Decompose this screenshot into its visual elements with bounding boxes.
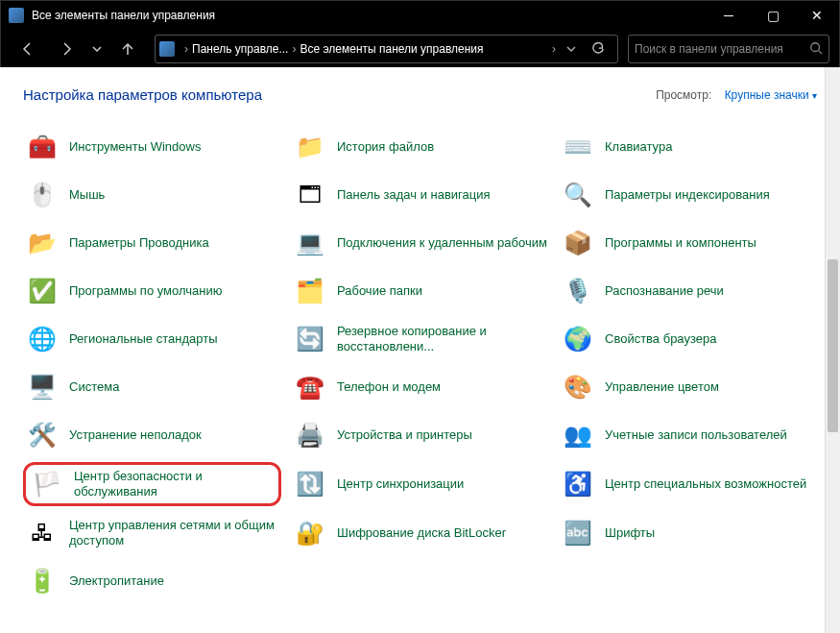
- cp-item-explorer-options[interactable]: 📂Параметры Проводника: [23, 222, 281, 264]
- cp-item-work-folders[interactable]: 🗂️Рабочие папки: [291, 270, 549, 312]
- cp-item-label: Программы по умолчанию: [69, 283, 222, 299]
- cp-item-fonts[interactable]: 🔤Шрифты: [559, 512, 817, 554]
- color-management-icon: 🎨: [561, 370, 595, 404]
- cp-item-speech-recognition[interactable]: 🎙️Распознавание речи: [559, 270, 817, 312]
- cp-item-label: Учетные записи пользователей: [605, 427, 787, 443]
- cp-item-label: Электропитание: [69, 573, 164, 589]
- cp-item-label: Распознавание речи: [605, 283, 724, 299]
- cp-item-label: История файлов: [337, 139, 434, 155]
- cp-item-troubleshooting[interactable]: 🛠️Устранение неполадок: [23, 414, 281, 456]
- security-maintenance-icon: 🏳️: [30, 467, 64, 501]
- bitlocker-icon: 🔐: [293, 516, 327, 550]
- remote-desktop-icon: 💻: [293, 226, 327, 260]
- cp-item-security-maintenance[interactable]: 🏳️Центр безопасности и обслуживания: [23, 462, 281, 506]
- svg-point-0: [811, 42, 820, 51]
- cp-item-region[interactable]: 🌐Региональные стандарты: [23, 318, 281, 360]
- troubleshooting-icon: 🛠️: [25, 418, 60, 452]
- cp-item-label: Параметры индексирования: [605, 187, 770, 203]
- programs-features-icon: 📦: [561, 226, 595, 260]
- cp-item-label: Подключения к удаленным рабочим: [337, 235, 547, 251]
- address-bar[interactable]: › Панель управле... › Все элементы панел…: [155, 35, 618, 63]
- devices-printers-icon: 🖨️: [293, 418, 327, 452]
- cp-item-system[interactable]: 🖥️Система: [23, 366, 281, 408]
- cp-item-label: Мышь: [69, 187, 105, 203]
- phone-modem-icon: ☎️: [293, 370, 327, 404]
- cp-item-label: Параметры Проводника: [69, 235, 209, 251]
- vertical-scrollbar[interactable]: [825, 67, 840, 633]
- cp-item-bitlocker[interactable]: 🔐Шифрование диска BitLocker: [291, 512, 549, 554]
- cp-item-mouse[interactable]: 🖱️Мышь: [23, 174, 281, 216]
- cp-item-devices-printers[interactable]: 🖨️Устройства и принтеры: [291, 414, 549, 456]
- view-selector[interactable]: Крупные значки ▾: [725, 88, 817, 102]
- page-heading: Настройка параметров компьютера: [23, 86, 262, 103]
- cp-item-user-accounts[interactable]: 👥Учетные записи пользователей: [559, 414, 817, 456]
- region-icon: 🌐: [25, 322, 60, 356]
- search-input[interactable]: [635, 42, 809, 56]
- window-titlebar: Все элементы панели управления ─ ▢ ✕: [1, 1, 839, 30]
- network-sharing-icon: 🖧: [25, 516, 60, 550]
- minimize-button[interactable]: ─: [707, 1, 751, 30]
- control-panel-grid: 🧰Инструменты Windows📁История файлов⌨️Кла…: [23, 126, 817, 602]
- cp-item-power-options[interactable]: 🔋Электропитание: [23, 560, 281, 602]
- cp-item-windows-tools[interactable]: 🧰Инструменты Windows: [23, 126, 281, 168]
- cp-item-backup-restore[interactable]: 🔄Резервное копирование и восстановлени..…: [291, 318, 549, 360]
- cp-item-color-management[interactable]: 🎨Управление цветом: [559, 366, 817, 408]
- up-button[interactable]: [110, 34, 145, 64]
- view-label: Просмотр:: [656, 88, 711, 102]
- back-button[interactable]: [11, 34, 45, 64]
- cp-item-taskbar-nav[interactable]: 🗔Панель задач и навигация: [291, 174, 549, 216]
- breadcrumb-seg-1[interactable]: Панель управле...: [192, 42, 288, 56]
- refresh-button[interactable]: [583, 42, 613, 56]
- cp-item-phone-modem[interactable]: ☎️Телефон и модем: [291, 366, 549, 408]
- close-button[interactable]: ✕: [795, 1, 839, 30]
- file-history-icon: 📁: [293, 130, 327, 164]
- cp-item-programs-features[interactable]: 📦Программы и компоненты: [559, 222, 817, 264]
- cp-item-internet-options[interactable]: 🌍Свойства браузера: [559, 318, 817, 360]
- cp-item-label: Шрифты: [605, 525, 655, 541]
- cp-item-remote-desktop[interactable]: 💻Подключения к удаленным рабочим: [291, 222, 549, 264]
- forward-button[interactable]: [49, 34, 84, 64]
- cp-item-network-sharing[interactable]: 🖧Центр управления сетями и общим доступо…: [23, 512, 281, 554]
- backup-restore-icon: 🔄: [293, 322, 327, 356]
- cp-item-label: Устройства и принтеры: [337, 427, 472, 443]
- speech-recognition-icon: 🎙️: [561, 274, 595, 308]
- view-value: Крупные значки: [725, 88, 809, 102]
- cp-item-label: Панель задач и навигация: [337, 187, 491, 203]
- content-header: Настройка параметров компьютера Просмотр…: [23, 86, 817, 103]
- location-icon: [159, 41, 175, 57]
- cp-item-label: Резервное копирование и восстановлени...: [337, 324, 547, 355]
- cp-item-label: Свойства браузера: [605, 331, 716, 347]
- cp-item-label: Центр специальных возможностей: [605, 476, 806, 492]
- cp-item-keyboard[interactable]: ⌨️Клавиатура: [559, 126, 817, 168]
- search-bar[interactable]: [628, 35, 829, 63]
- cp-item-file-history[interactable]: 📁История файлов: [291, 126, 549, 168]
- recent-dropdown[interactable]: [87, 34, 107, 64]
- cp-item-label: Центр управления сетями и общим доступом: [69, 518, 279, 549]
- ease-of-access-icon: ♿: [561, 467, 595, 501]
- chevron-down-icon: ▾: [812, 90, 817, 101]
- internet-options-icon: 🌍: [561, 322, 595, 356]
- windows-tools-icon: 🧰: [25, 130, 60, 164]
- window-title: Все элементы панели управления: [32, 9, 707, 22]
- cp-item-label: Программы и компоненты: [605, 235, 756, 251]
- fonts-icon: 🔤: [561, 516, 595, 550]
- cp-item-label: Региональные стандарты: [69, 331, 217, 347]
- address-dropdown[interactable]: [560, 44, 583, 54]
- cp-item-label: Инструменты Windows: [69, 139, 201, 155]
- scrollbar-thumb[interactable]: [828, 259, 838, 432]
- view-options: Просмотр: Крупные значки ▾: [656, 88, 817, 102]
- cp-item-sync-center[interactable]: 🔃Центр синхронизации: [291, 462, 549, 506]
- cp-item-ease-of-access[interactable]: ♿Центр специальных возможностей: [559, 462, 817, 506]
- navigation-bar: › Панель управле... › Все элементы панел…: [1, 30, 839, 68]
- maximize-button[interactable]: ▢: [751, 1, 795, 30]
- breadcrumb-seg-2[interactable]: Все элементы панели управления: [300, 42, 548, 56]
- power-options-icon: 🔋: [25, 564, 60, 598]
- content-area: Настройка параметров компьютера Просмотр…: [0, 67, 840, 633]
- search-icon[interactable]: [809, 41, 823, 58]
- cp-item-default-programs[interactable]: ✅Программы по умолчанию: [23, 270, 281, 312]
- cp-item-indexing-options[interactable]: 🔍Параметры индексирования: [559, 174, 817, 216]
- window-controls: ─ ▢ ✕: [707, 1, 839, 30]
- indexing-options-icon: 🔍: [561, 178, 595, 212]
- cp-item-label: Клавиатура: [605, 139, 672, 155]
- taskbar-nav-icon: 🗔: [293, 178, 327, 212]
